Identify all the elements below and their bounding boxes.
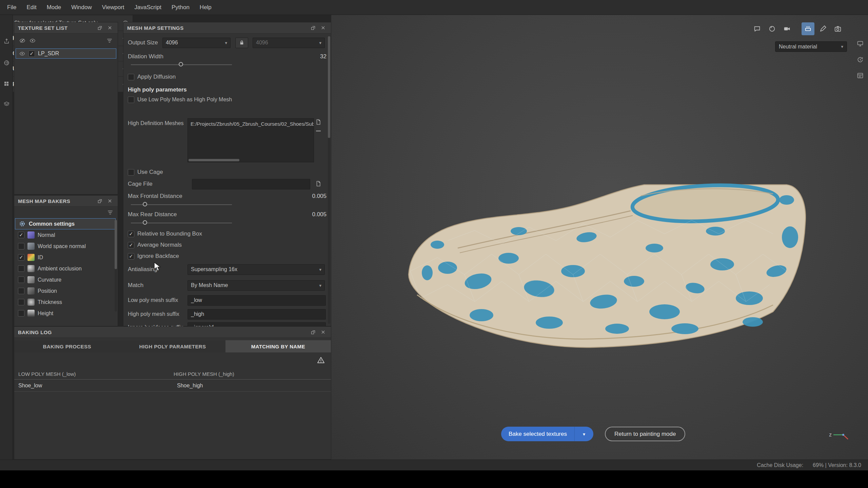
close-panel-icon[interactable] bbox=[319, 328, 327, 336]
bake-selected-textures-button[interactable]: Bake selected textures bbox=[501, 427, 574, 441]
menu-mode[interactable]: Mode bbox=[42, 0, 66, 15]
hdm-remove-icon[interactable] bbox=[316, 130, 321, 131]
viewport-3d[interactable]: Neutral material ▾ Bake selected texture… bbox=[331, 15, 868, 460]
show-all-eye-icon[interactable] bbox=[28, 37, 37, 45]
baker-row-normal[interactable]: Normal bbox=[15, 229, 116, 241]
popout-panel-icon[interactable] bbox=[96, 197, 104, 205]
baker-row-thickness[interactable]: Thickness bbox=[15, 297, 116, 308]
apply-diffusion-row[interactable]: Apply Diffusion bbox=[128, 71, 327, 83]
hdm-horizontal-scrollbar[interactable] bbox=[189, 159, 239, 161]
average-normals-row[interactable]: Average Normals bbox=[128, 240, 327, 250]
cage-file-browse-icon[interactable] bbox=[315, 181, 321, 187]
settings-scrollbar[interactable] bbox=[328, 36, 330, 324]
assets-icon[interactable] bbox=[0, 56, 13, 69]
baker-row-curvature[interactable]: Curvature bbox=[15, 274, 116, 285]
lock-aspect-icon[interactable] bbox=[235, 38, 248, 48]
tab-baking-process[interactable]: BAKING PROCESS bbox=[14, 340, 120, 352]
baker-checkbox[interactable] bbox=[18, 243, 24, 249]
max-rear-slider[interactable] bbox=[128, 220, 327, 226]
menu-help[interactable]: Help bbox=[195, 0, 217, 15]
baking-mode-icon[interactable] bbox=[802, 22, 814, 35]
menu-viewport[interactable]: Viewport bbox=[97, 0, 130, 15]
close-panel-icon[interactable] bbox=[319, 24, 327, 32]
baker-checkbox[interactable] bbox=[18, 277, 24, 283]
hdm-list-box[interactable]: E:/Projects/Zbrush/05_Zbrush_Courses/02_… bbox=[188, 118, 314, 162]
hdm-path-entry[interactable]: E:/Projects/Zbrush/05_Zbrush_Courses/02_… bbox=[188, 119, 314, 129]
dilation-width-slider[interactable] bbox=[128, 61, 327, 68]
antialiasing-dropdown[interactable]: Supersampling 16x▾ bbox=[188, 264, 325, 275]
ignore-backface-checkbox[interactable] bbox=[128, 253, 134, 260]
axis-gizmo[interactable]: z bbox=[828, 424, 850, 445]
warning-icon[interactable] bbox=[317, 356, 325, 364]
baker-row-world-space-normal[interactable]: World space normal bbox=[15, 241, 116, 252]
popout-panel-icon[interactable] bbox=[309, 24, 317, 32]
baker-row-position[interactable]: Position bbox=[15, 285, 116, 297]
annotation-icon[interactable] bbox=[751, 22, 764, 35]
menu-window[interactable]: Window bbox=[66, 0, 97, 15]
baker-checkbox[interactable] bbox=[18, 310, 24, 317]
layers-icon[interactable] bbox=[0, 98, 13, 110]
use-cage-checkbox[interactable] bbox=[128, 169, 134, 176]
hide-all-eye-icon[interactable] bbox=[18, 37, 26, 45]
baker-checkbox[interactable] bbox=[18, 254, 24, 261]
menu-edit[interactable]: Edit bbox=[21, 0, 41, 15]
menu-javascript[interactable]: JavaScript bbox=[130, 0, 166, 15]
mouse-cursor bbox=[153, 262, 163, 272]
menu-file[interactable]: File bbox=[2, 0, 21, 15]
cage-file-input[interactable] bbox=[192, 179, 310, 189]
output-size-dropdown[interactable]: 4096▾ bbox=[162, 38, 231, 48]
apply-diffusion-checkbox[interactable] bbox=[128, 74, 134, 80]
baker-row-height[interactable]: Height bbox=[15, 308, 116, 319]
texture-set-checkbox[interactable] bbox=[28, 50, 35, 57]
table-row[interactable]: Shoe_low Shoe_high bbox=[14, 380, 331, 392]
log-panel-icon[interactable] bbox=[855, 70, 865, 81]
baker-checkbox[interactable] bbox=[18, 265, 24, 272]
display-settings-icon[interactable] bbox=[855, 39, 865, 49]
ignore-backface-row[interactable]: Ignore Backface bbox=[128, 251, 327, 261]
close-panel-icon[interactable] bbox=[106, 24, 114, 32]
use-lp-as-hp-checkbox[interactable] bbox=[128, 97, 134, 103]
screenshot-camera-icon[interactable] bbox=[831, 22, 844, 35]
shelf-icon[interactable] bbox=[0, 77, 13, 90]
bake-options-dropdown[interactable]: ▾ bbox=[574, 427, 593, 441]
tab-matching-by-name[interactable]: MATCHING BY NAME bbox=[225, 340, 331, 352]
shoe-model[interactable] bbox=[397, 169, 814, 364]
low-suffix-input[interactable] bbox=[188, 295, 326, 306]
hdm-file-browse-icon[interactable] bbox=[315, 119, 321, 125]
match-dropdown[interactable]: By Mesh Name▾ bbox=[188, 280, 325, 291]
slider-handle[interactable] bbox=[143, 220, 147, 225]
export-icon[interactable] bbox=[0, 35, 13, 47]
use-lp-as-hp-row[interactable]: Use Low Poly Mesh as High Poly Mesh bbox=[128, 95, 327, 105]
use-cage-row[interactable]: Use Cage bbox=[128, 167, 327, 177]
tab-high-poly-parameters[interactable]: HIGH POLY PARAMETERS bbox=[120, 340, 225, 352]
average-normals-checkbox[interactable] bbox=[128, 242, 134, 248]
high-suffix-input[interactable] bbox=[188, 309, 326, 320]
relative-bounding-box-row[interactable]: Relative to Bounding Box bbox=[128, 229, 327, 239]
slider-handle[interactable] bbox=[143, 202, 147, 206]
return-to-painting-mode-button[interactable]: Return to painting mode bbox=[605, 427, 685, 441]
visibility-eye-icon[interactable] bbox=[19, 49, 25, 58]
max-frontal-slider[interactable] bbox=[128, 201, 327, 208]
relative-bounding-box-checkbox[interactable] bbox=[128, 231, 134, 237]
texture-set-row-lp-sdr[interactable]: LP_SDR bbox=[16, 48, 116, 59]
material-sphere-icon[interactable] bbox=[766, 22, 778, 35]
cache-disk-usage-label: Cache Disk Usage: bbox=[757, 462, 803, 468]
baker-checkbox[interactable] bbox=[18, 232, 24, 238]
popout-panel-icon[interactable] bbox=[96, 24, 104, 32]
filter-icon[interactable] bbox=[106, 208, 114, 217]
baker-checkbox[interactable] bbox=[18, 299, 24, 305]
baker-common-settings[interactable]: Common settings bbox=[15, 218, 116, 229]
popout-panel-icon[interactable] bbox=[309, 328, 317, 336]
history-icon[interactable] bbox=[855, 55, 865, 65]
baker-row-ambient-occlusion[interactable]: Ambient occlusion bbox=[15, 263, 116, 274]
filter-icon[interactable] bbox=[105, 37, 114, 45]
menu-python[interactable]: Python bbox=[166, 0, 195, 15]
baker-checkbox[interactable] bbox=[18, 288, 24, 294]
pen-icon[interactable] bbox=[816, 22, 829, 35]
slider-handle[interactable] bbox=[179, 62, 183, 66]
material-selector[interactable]: Neutral material ▾ bbox=[775, 41, 847, 52]
baker-row-id[interactable]: ID bbox=[15, 252, 116, 263]
close-panel-icon[interactable] bbox=[106, 197, 114, 205]
camera-projection-icon[interactable] bbox=[781, 22, 793, 35]
bakers-scrollbar[interactable] bbox=[115, 220, 117, 311]
